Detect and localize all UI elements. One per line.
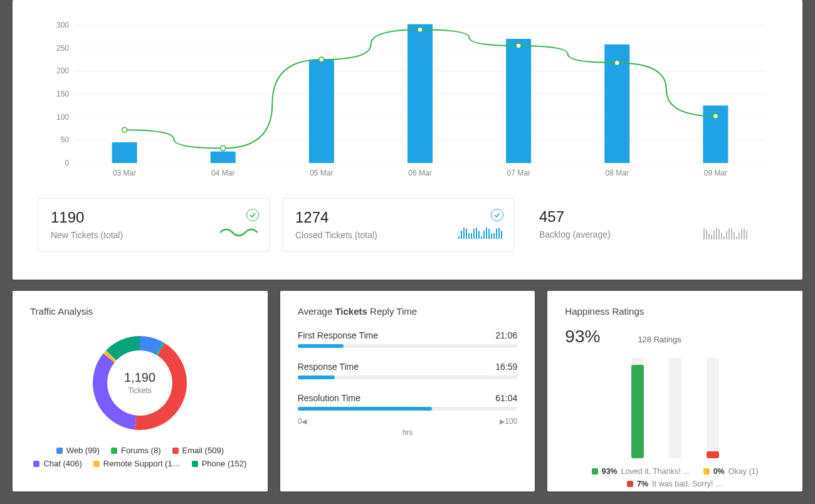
metric-bar-track — [298, 407, 518, 411]
svg-text:200: 200 — [56, 66, 69, 75]
legend-swatch-icon — [627, 481, 633, 487]
axis-unit: hrs — [298, 428, 518, 437]
svg-point-32 — [516, 43, 521, 48]
happiness-bar-fill — [707, 451, 719, 458]
kpi-card-2[interactable]: 457 Backlog (average) — [527, 198, 759, 252]
svg-rect-69 — [744, 228, 745, 239]
reply-axis: 0 ◀ ▶ 100 — [298, 417, 518, 426]
svg-text:1,190: 1,190 — [124, 370, 155, 384]
svg-rect-61 — [723, 236, 725, 239]
legend-swatch-icon — [172, 448, 179, 454]
svg-point-34 — [713, 113, 718, 118]
legend-swatch-icon — [111, 448, 117, 454]
reply-time-card: Average Tickets Reply Time First Respons… — [280, 291, 535, 491]
svg-rect-50 — [496, 229, 497, 239]
svg-point-29 — [221, 146, 226, 151]
happiness-legend: 93% Loved it. Thanks! …0% Okay (1)7% It … — [565, 467, 785, 488]
axis-right-arrow-icon[interactable]: ▶ — [500, 417, 505, 426]
check-circle-icon — [491, 209, 503, 221]
svg-rect-42 — [476, 228, 477, 239]
svg-rect-70 — [746, 231, 747, 239]
svg-rect-63 — [728, 229, 730, 239]
svg-text:50: 50 — [61, 135, 70, 144]
svg-rect-16 — [309, 60, 334, 163]
traffic-legend-item[interactable]: Forums (8) — [111, 446, 161, 455]
kpi-card-1[interactable]: 1274 Closed Tickets (total) — [282, 198, 514, 252]
svg-rect-14 — [112, 142, 137, 163]
traffic-title: Traffic Analysis — [30, 306, 250, 317]
svg-point-33 — [614, 60, 619, 65]
svg-text:04 Mar: 04 Mar — [211, 169, 234, 177]
svg-point-28 — [122, 127, 127, 132]
svg-rect-45 — [483, 231, 485, 239]
kpi-sparkline — [458, 226, 502, 241]
metric-value: 61:04 — [495, 393, 517, 403]
svg-rect-39 — [468, 233, 470, 239]
metric-label: Resolution Time — [298, 393, 360, 403]
traffic-legend-item[interactable]: Chat (406) — [33, 459, 82, 468]
happiness-bar-fill — [631, 365, 644, 458]
svg-rect-66 — [736, 236, 737, 239]
svg-text:100: 100 — [56, 113, 69, 122]
svg-text:150: 150 — [56, 90, 69, 98]
metric-label: Response Time — [298, 362, 359, 372]
kpi-value: 1274 — [295, 209, 501, 226]
svg-rect-37 — [463, 228, 465, 239]
happiness-bar — [707, 358, 719, 458]
tickets-week-chart: 05010015020025030003 Mar04 Mar05 Mar06 M… — [38, 19, 777, 188]
svg-rect-18 — [506, 39, 531, 163]
svg-rect-15 — [211, 152, 236, 163]
traffic-legend-item[interactable]: Email (509) — [172, 446, 224, 455]
traffic-donut-chart: 1,190Tickets — [83, 327, 196, 439]
kpi-value: 1190 — [51, 209, 256, 226]
svg-text:07 Mar: 07 Mar — [507, 169, 530, 177]
reply-metric: Resolution Time 61:04 — [298, 393, 518, 411]
happiness-legend-item[interactable]: 7% It was bad. Sorry! … — [627, 480, 723, 488]
metric-bar-fill — [298, 407, 432, 411]
traffic-legend-item[interactable]: Phone (152) — [192, 459, 247, 468]
svg-rect-55 — [708, 234, 710, 239]
svg-rect-49 — [493, 233, 495, 239]
happiness-bars — [565, 358, 785, 458]
traffic-legend: Web (99)Forums (8)Email (509)Chat (406)R… — [30, 446, 250, 468]
svg-rect-67 — [739, 233, 740, 239]
svg-rect-17 — [408, 24, 433, 163]
legend-swatch-icon — [93, 461, 100, 467]
metric-label: First Response Time — [298, 330, 378, 340]
happiness-legend-item[interactable]: 93% Loved it. Thanks! … — [592, 467, 691, 476]
svg-rect-65 — [734, 231, 735, 239]
happiness-bar — [631, 358, 644, 458]
svg-rect-53 — [703, 228, 705, 239]
metric-bar-fill — [298, 375, 335, 379]
metric-bar-fill — [298, 344, 344, 348]
svg-rect-46 — [486, 228, 487, 239]
kpi-sparkline — [703, 227, 747, 242]
axis-left-arrow-icon[interactable]: ◀ — [302, 417, 307, 426]
check-circle-icon — [246, 209, 259, 221]
svg-text:09 Mar: 09 Mar — [704, 169, 727, 177]
traffic-legend-item[interactable]: Remote Support (1… — [93, 459, 181, 468]
kpi-value: 457 — [539, 208, 746, 226]
reply-metric: First Response Time 21:06 — [298, 330, 518, 348]
reply-metrics: First Response Time 21:06 Response Time … — [298, 330, 518, 411]
svg-text:Tickets: Tickets — [129, 386, 152, 395]
traffic-legend-item[interactable]: Web (99) — [56, 446, 100, 455]
svg-text:300: 300 — [56, 21, 69, 29]
svg-point-30 — [319, 57, 324, 62]
svg-rect-58 — [716, 228, 717, 239]
kpi-card-0[interactable]: 1190 New Tickets (total) — [38, 198, 270, 252]
svg-rect-52 — [501, 231, 502, 239]
metric-bar-track — [298, 344, 518, 348]
axis-min: 0 — [298, 417, 302, 426]
metric-value: 21:06 — [495, 330, 517, 340]
legend-swatch-icon — [592, 468, 598, 475]
svg-rect-62 — [726, 231, 727, 239]
happiness-legend-item[interactable]: 0% Okay (1) — [703, 467, 759, 476]
svg-rect-40 — [471, 233, 472, 239]
kpi-row: 1190 New Tickets (total) 1274 Closed Tic… — [38, 198, 777, 252]
svg-rect-51 — [498, 228, 500, 239]
svg-text:0: 0 — [65, 159, 69, 167]
reply-metric: Response Time 16:59 — [298, 362, 518, 379]
happiness-title: Happiness Ratings — [565, 306, 785, 317]
svg-rect-41 — [473, 229, 475, 239]
